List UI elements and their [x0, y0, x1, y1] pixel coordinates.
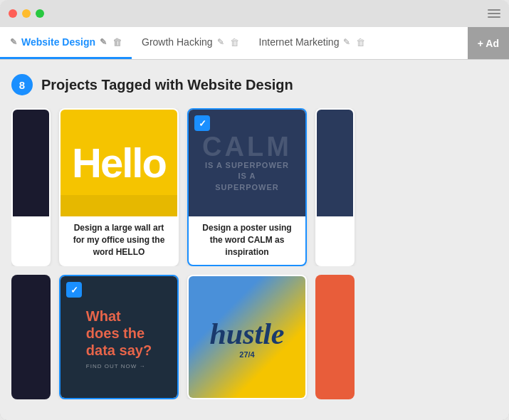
tab-website-design-delete[interactable]: 🗑	[112, 37, 122, 48]
hustle-date: 27/4	[239, 350, 254, 359]
project-card-partial-right-1[interactable]	[315, 108, 355, 266]
dark-visual	[13, 110, 49, 216]
project-card-hello[interactable]: Hello Design a large wall art for my off…	[59, 108, 179, 266]
write-visual	[317, 110, 353, 216]
hello-text: Hello	[72, 145, 166, 182]
hustle-visual: hustle 27/4	[189, 276, 305, 399]
edit-icon-3: ✎	[217, 37, 224, 47]
card-image-hello: Hello	[61, 110, 177, 216]
project-card-data[interactable]: ✓ What does the data say? FIND OUT NOW →	[59, 275, 179, 399]
maximize-button[interactable]	[36, 9, 44, 18]
projects-row-1: Hello Design a large wall art for my off…	[11, 108, 498, 266]
section-title: Projects Tagged with Website Design	[41, 77, 293, 93]
data-cta: FIND OUT NOW →	[86, 363, 152, 369]
tab-internet-marketing-delete[interactable]: 🗑	[356, 37, 365, 48]
hello-visual: Hello	[61, 110, 177, 216]
tab-internet-marketing-label: Internet Marketing	[259, 36, 340, 48]
orange-visual	[315, 275, 355, 399]
project-card-partial-left-1[interactable]	[11, 108, 51, 266]
tab-internet-marketing[interactable]: Internet Marketing ✎ 🗑	[249, 27, 376, 59]
menu-icon[interactable]	[488, 9, 500, 18]
calm-card-title: Design a poster using the word CALM as i…	[189, 216, 305, 265]
project-card-hustle[interactable]: hustle 27/4	[187, 275, 307, 399]
project-card-partial-left-2[interactable]	[11, 275, 51, 399]
app-window: ✎ Website Design ✎ 🗑 Growth Hacking ✎ 🗑 …	[0, 0, 509, 420]
hello-card-title: Design a large wall art for my office us…	[61, 216, 177, 265]
minimize-button[interactable]	[22, 9, 31, 18]
card-image-hustle: hustle 27/4	[189, 276, 305, 399]
section-header: 8 Projects Tagged with Website Design	[11, 74, 498, 95]
traffic-lights	[9, 9, 44, 18]
tab-website-design-label: Website Design	[21, 36, 95, 48]
tabbar: ✎ Website Design ✎ 🗑 Growth Hacking ✎ 🗑 …	[0, 27, 509, 60]
projects-row-2: ✓ What does the data say? FIND OUT NOW →	[11, 275, 498, 399]
card-image-calm: ✓ CALM IS A SUPERPOWER IS A SUPERPOWER	[189, 110, 305, 216]
project-card-partial-right-2[interactable]	[315, 275, 355, 399]
selected-check-calm: ✓	[194, 115, 210, 131]
hello-yellow-block	[61, 195, 177, 216]
tab-growth-hacking-label: Growth Hacking	[142, 36, 213, 48]
hustle-text: hustle	[209, 319, 284, 349]
close-button[interactable]	[9, 9, 17, 18]
titlebar	[0, 0, 509, 27]
calm-text: CALM	[202, 133, 292, 160]
data-text: What does the data say?	[86, 308, 152, 359]
data-text-block: What does the data say? FIND OUT NOW →	[86, 308, 152, 369]
dark-visual-2	[11, 275, 51, 399]
card-image-write	[317, 110, 353, 216]
tab-growth-hacking[interactable]: Growth Hacking ✎ 🗑	[132, 27, 249, 59]
edit-icon-1: ✎	[10, 37, 17, 47]
tab-growth-hacking-delete[interactable]: 🗑	[230, 37, 239, 48]
selected-check-data: ✓	[66, 282, 82, 298]
calm-sub-text: IS A SUPERPOWER IS A SUPERPOWER	[205, 160, 289, 193]
add-tab-button[interactable]: + Ad	[468, 27, 509, 59]
project-card-calm[interactable]: ✓ CALM IS A SUPERPOWER IS A SUPERPOWER D…	[187, 108, 307, 266]
tab-website-design[interactable]: ✎ Website Design ✎ 🗑	[0, 27, 132, 59]
edit-icon-4: ✎	[343, 37, 350, 47]
card-image-data: ✓ What does the data say? FIND OUT NOW →	[61, 276, 177, 399]
edit-icon-2: ✎	[100, 37, 107, 47]
card-image-dark	[13, 110, 49, 216]
main-content: 8 Projects Tagged with Website Design He…	[0, 60, 509, 420]
project-count-badge: 8	[11, 74, 33, 95]
